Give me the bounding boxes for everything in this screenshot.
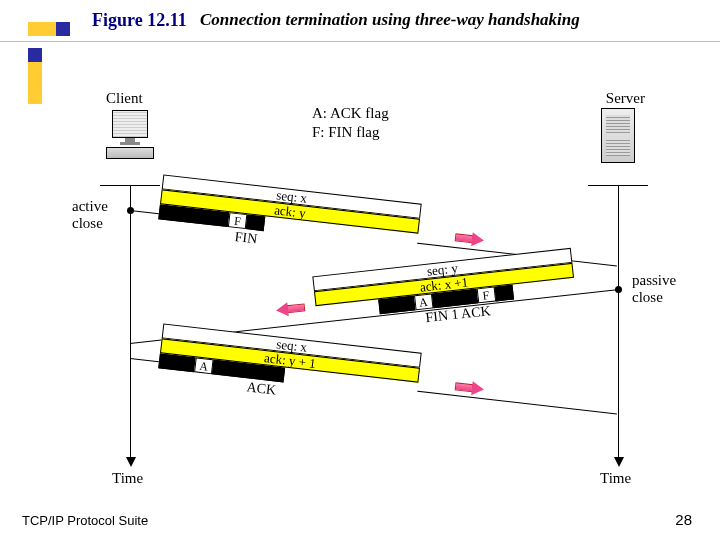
client-label: Client [106,90,143,107]
figure-title: Connection termination using three-way h… [200,10,580,30]
server-label: Server [606,90,645,107]
arrow-ack [454,379,485,396]
server-top-tick [588,185,648,186]
client-icon [100,110,160,160]
server-timeline [618,185,619,465]
figure-number: Figure 12.11 [92,10,187,31]
active-close-label: activeclose [72,198,108,232]
diagram: Client Server A: ACK flag F: FIN flag ac… [60,90,665,480]
page-number: 28 [675,511,692,528]
passive-close-label: passiveclose [632,272,676,306]
time-label-right: Time [600,470,631,487]
arrow-fin [454,230,485,247]
client-timeline [130,185,131,465]
flag-legend: A: ACK flag F: FIN flag [312,104,389,142]
segment-finack: seq: y ack: x +1 A F FIN 1 ACK [312,248,575,321]
footer-title: TCP/IP Protocol Suite [22,513,148,528]
client-top-tick [100,185,160,186]
fin-name: FIN [234,229,258,247]
segment-ack: seq: x ack: y + 1 A ACK [158,323,421,397]
arrow-finack [274,300,305,317]
legend-ack: A: ACK flag [312,104,389,123]
time-label-left: Time [112,470,143,487]
legend-fin: F: FIN flag [312,123,389,142]
server-icon [601,108,635,163]
ack-name: ACK [246,379,277,398]
segment-fin: seq: x ack: y F FIN [158,174,421,248]
